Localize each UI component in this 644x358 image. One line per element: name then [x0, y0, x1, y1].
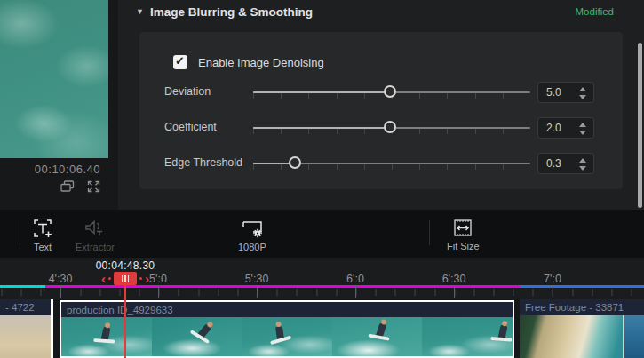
- collapse-arrow-icon[interactable]: ▼: [136, 7, 144, 16]
- deviation-value-box[interactable]: 5.0: [537, 82, 594, 103]
- clip-production-id-selected[interactable]: production ID_4929633: [60, 300, 514, 358]
- preview-panel: 00:10:06.40: [0, 0, 118, 210]
- timeline-tracks: - 4722 production ID_4929633 Free Footag…: [0, 299, 644, 358]
- ruler-tick-label: 6':30: [442, 273, 466, 285]
- extractor-tool-label: Extractor: [76, 242, 115, 252]
- enable-denoising-label: Enable Image Denoising: [198, 56, 324, 69]
- fullscreen-icon[interactable]: [87, 180, 100, 193]
- edge-threshold-value[interactable]: 0.3: [546, 157, 561, 170]
- duplicate-icon[interactable]: [60, 180, 75, 193]
- deviation-slider-handle[interactable]: [384, 85, 396, 98]
- panel-scrollbar[interactable]: [638, 43, 642, 208]
- enable-denoising-checkbox[interactable]: [173, 55, 187, 69]
- ruler-tick-label: 7':0: [544, 273, 561, 285]
- timeline-segment-blue: [520, 285, 644, 288]
- ruler-major-tick: [355, 285, 356, 298]
- coefficient-label: Coefficient: [164, 121, 217, 133]
- clip-thumbnail[interactable]: [0, 315, 51, 358]
- surf-thumbnail: [152, 317, 242, 356]
- playhead-timecode: 00:04:48.30: [96, 259, 155, 272]
- playhead-dot: [139, 277, 142, 280]
- playhead-marker[interactable]: ‹ ›: [101, 272, 149, 285]
- denoising-card: Enable Image Denoising Deviation 5.0 Coe…: [139, 32, 623, 189]
- coefficient-row: Coefficient 2.0: [139, 117, 623, 139]
- playhead-line[interactable]: [124, 285, 126, 358]
- video-preview[interactable]: [0, 0, 108, 158]
- resolution-button[interactable]: 1080P: [238, 218, 266, 252]
- surf-thumbnail: [61, 317, 152, 356]
- edge-threshold-value-box[interactable]: 0.3: [537, 153, 594, 174]
- ruler-major-tick: [257, 285, 258, 298]
- deviation-slider-fill: [253, 91, 390, 93]
- ruler-major-tick: [454, 285, 455, 298]
- extractor-tool-button[interactable]: Extractor: [76, 218, 115, 252]
- playhead-dot: [108, 277, 111, 280]
- clip-thumbnail[interactable]: [520, 315, 644, 358]
- ruler-tick-label: 5':0: [149, 273, 167, 285]
- ruler-major-tick: [553, 285, 553, 298]
- settings-panel: ▼ Image Blurring & Smoothing Modified En…: [118, 0, 644, 210]
- timeline-segment-cyan: [0, 285, 45, 288]
- section-header[interactable]: ▼ Image Blurring & Smoothing Modified: [118, 0, 644, 27]
- fit-size-button[interactable]: Fit Size: [447, 219, 480, 251]
- clip-4722[interactable]: - 4722: [0, 299, 53, 358]
- edge-threshold-label: Edge Threshold: [164, 156, 242, 169]
- playhead-left-chevron-icon[interactable]: ‹: [101, 273, 106, 285]
- edge-threshold-slider-handle[interactable]: [289, 156, 301, 169]
- ruler-major-tick: [158, 285, 159, 298]
- toolbar: Text Extractor 1080P: [0, 210, 644, 258]
- clip-label: production ID_4929633: [61, 305, 173, 315]
- surf-thumbnail: [332, 317, 423, 356]
- timeline-segment-magenta: [45, 285, 520, 288]
- ruler-tick-label: 6':0: [346, 273, 364, 285]
- preview-timecode: 00:10:06.40: [0, 163, 100, 176]
- clip-label: Free Footage - 33871: [520, 302, 624, 313]
- surf-thumbnail: [242, 317, 332, 356]
- deviation-value[interactable]: 5.0: [546, 86, 561, 99]
- clip-free-footage[interactable]: Free Footage - 33871: [520, 299, 644, 358]
- timeline-ruler[interactable]: 00:04:48.30 4':30 5':0 5':30 6':0 6':30 …: [0, 258, 644, 299]
- surf-thumbnail: [422, 317, 513, 356]
- text-tool-label: Text: [34, 242, 52, 252]
- deviation-spinner[interactable]: [578, 85, 587, 101]
- ruler-minor-ticks: [0, 289, 644, 296]
- section-title: Image Blurring & Smoothing: [150, 5, 313, 19]
- ruler-tick-label: 5':30: [245, 273, 269, 285]
- ruler-tick-label: 4':30: [49, 273, 73, 285]
- modified-badge: Modified: [576, 6, 614, 17]
- playhead-right-chevron-icon[interactable]: ›: [145, 273, 149, 285]
- fit-size-label: Fit Size: [447, 241, 480, 251]
- resolution-label: 1080P: [238, 242, 266, 252]
- coefficient-value-box[interactable]: 2.0: [537, 117, 594, 139]
- toolbar-divider: [20, 220, 20, 245]
- edge-threshold-spinner[interactable]: [578, 156, 587, 172]
- text-tool-button[interactable]: Text: [32, 218, 53, 252]
- toolbar-divider: [429, 220, 430, 245]
- playhead-grip-icon[interactable]: [114, 272, 137, 285]
- coefficient-slider-fill: [253, 127, 390, 129]
- deviation-label: Deviation: [164, 85, 211, 98]
- edge-threshold-row: Edge Threshold 0.3: [139, 153, 623, 174]
- deviation-row: Deviation 5.0: [139, 82, 623, 103]
- coefficient-spinner[interactable]: [578, 121, 587, 137]
- clip-thumbnail-strip[interactable]: [61, 317, 513, 356]
- clip-label: - 4722: [0, 302, 35, 313]
- video-editor-app: 00:10:06.40 ▼ Image Bl: [0, 0, 644, 358]
- ruler-major-tick: [60, 285, 61, 298]
- coefficient-value[interactable]: 2.0: [546, 122, 561, 134]
- coefficient-slider-handle[interactable]: [384, 121, 396, 133]
